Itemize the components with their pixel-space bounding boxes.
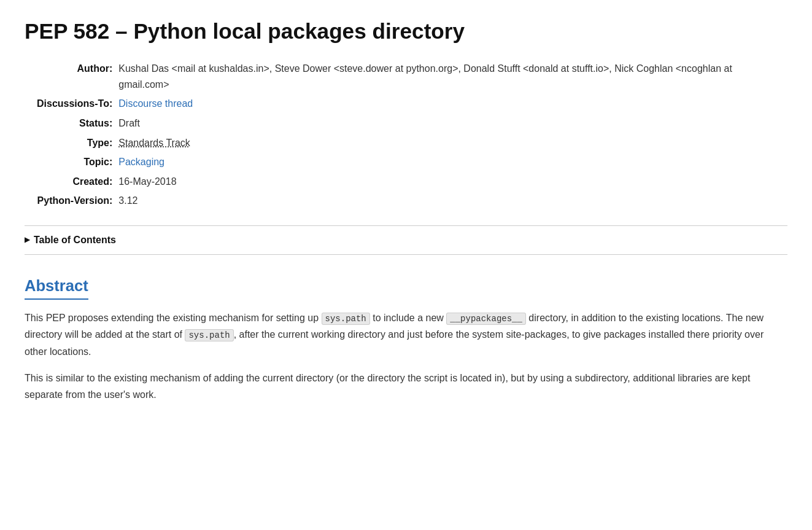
toc-triangle-icon: ▶ — [25, 234, 30, 246]
toc-header[interactable]: ▶ Table of Contents — [25, 232, 787, 248]
page-title: PEP 582 – Python local packages director… — [25, 18, 787, 44]
toc-title: Table of Contents — [34, 232, 116, 248]
type-value: Standards Track — [118, 133, 787, 153]
metadata-row-discussions: Discussions-To: Discourse thread — [37, 94, 787, 114]
type-label: Type: — [37, 133, 118, 153]
abstract-paragraph-1: This PEP proposes extending the existing… — [25, 310, 787, 360]
abstract-heading: Abstract — [25, 273, 88, 300]
metadata-row-created: Created: 16-May-2018 — [37, 172, 787, 192]
metadata-table: Author: Kushal Das <mail at kushaldas.in… — [37, 59, 787, 211]
metadata-row-python-version: Python-Version: 3.12 — [37, 191, 787, 211]
toc-section: ▶ Table of Contents — [25, 225, 787, 255]
author-value: Kushal Das <mail at kushaldas.in>, Steve… — [118, 59, 787, 94]
topic-label: Topic: — [37, 152, 118, 172]
discussions-label: Discussions-To: — [37, 94, 118, 114]
discourse-thread-link[interactable]: Discourse thread — [118, 98, 193, 109]
topic-value: Packaging — [118, 152, 787, 172]
status-value: Draft — [118, 114, 787, 133]
abstract-text-between: to include a new — [370, 313, 447, 323]
metadata-row-type: Type: Standards Track — [37, 133, 787, 153]
python-version-value: 3.12 — [118, 191, 787, 211]
created-value: 16-May-2018 — [118, 172, 787, 192]
created-label: Created: — [37, 172, 118, 192]
metadata-row-status: Status: Draft — [37, 114, 787, 133]
metadata-row-topic: Topic: Packaging — [37, 152, 787, 172]
metadata-row-author: Author: Kushal Das <mail at kushaldas.in… — [37, 59, 787, 94]
discussions-value: Discourse thread — [118, 94, 787, 114]
abstract-section: Abstract This PEP proposes extending the… — [25, 273, 787, 403]
abstract-paragraph-2: This is similar to the existing mechanis… — [25, 370, 787, 403]
abstract-text-before-code1: This PEP proposes extending the existing… — [25, 313, 322, 323]
pypackages-code: __pypackages__ — [446, 313, 526, 325]
sys-path-code-2: sys.path — [185, 329, 233, 341]
python-version-label: Python-Version: — [37, 191, 118, 211]
type-text: Standards Track — [118, 138, 190, 148]
topic-link[interactable]: Packaging — [118, 157, 164, 167]
status-label: Status: — [37, 114, 118, 133]
sys-path-code-1: sys.path — [322, 313, 370, 325]
author-label: Author: — [37, 59, 118, 94]
